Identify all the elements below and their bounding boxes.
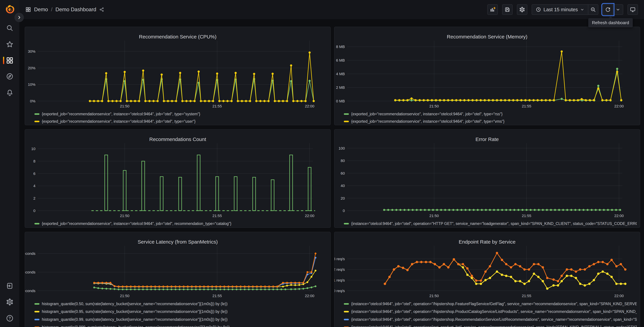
svg-text:40: 40 xyxy=(341,184,345,188)
legend-swatch xyxy=(344,121,349,122)
svg-text:10%: 10% xyxy=(28,82,36,86)
legend-swatch xyxy=(34,311,40,312)
legend-item-user[interactable]: {exported_job="recommendationservice", i… xyxy=(34,118,327,125)
svg-text:0: 0 xyxy=(343,209,345,213)
legend-label: {exported_job="recommendationservice", i… xyxy=(351,112,503,116)
svg-text:30%: 30% xyxy=(28,49,36,54)
svg-text:22:00: 22:00 xyxy=(305,214,314,218)
add-panel-button[interactable] xyxy=(487,4,498,15)
chart-recommendations-count[interactable]: 024681021:5021:5522:00 xyxy=(25,130,331,228)
legend-item-p50[interactable]: histogram_quantile(0.50, sum(rate(latenc… xyxy=(34,300,327,308)
svg-text:?: ? xyxy=(8,316,11,320)
svg-text:22:00: 22:00 xyxy=(305,104,314,108)
svg-text:21:50: 21:50 xyxy=(120,104,130,108)
chevron-down-icon xyxy=(616,8,620,12)
legend: histogram_quantile(0.50, sum(rate(latenc… xyxy=(34,300,327,327)
time-range-picker[interactable]: Last 15 minutes xyxy=(532,4,588,15)
legend-item-p99[interactable]: histogram_quantile(0.99, sum(rate(latenc… xyxy=(34,316,327,324)
breadcrumb-dashboard[interactable]: Demo Dashboard xyxy=(56,6,96,12)
sidebar-expand-button[interactable] xyxy=(14,13,24,22)
refresh-dashboard-button[interactable] xyxy=(603,4,613,15)
legend-label: {instance="otelcol:9464", job="otel", op… xyxy=(351,309,637,314)
legend-label: histogram_quantile(0.95, sum(rate(latenc… xyxy=(42,309,228,314)
legend-label: histogram_quantile(0.50, sum(rate(latenc… xyxy=(42,302,228,306)
topbar: Demo / Demo Dashboard xyxy=(19,0,644,19)
legend-item-rss[interactable]: {exported_job="recommendationservice", i… xyxy=(344,110,637,118)
legend-label: {exported_job="recommendationservice", i… xyxy=(42,222,231,226)
toolbar-actions: Last 15 minutes xyxy=(487,4,638,15)
grafana-logo[interactable] xyxy=(5,4,16,15)
chart-error-rate[interactable]: 02040608010021:5021:5522:00 xyxy=(334,130,640,228)
legend-swatch xyxy=(34,303,40,305)
sidebar-item-help[interactable]: ? xyxy=(0,313,19,324)
sidebar-item-starred[interactable] xyxy=(0,39,19,50)
refresh-interval-dropdown[interactable] xyxy=(613,4,623,15)
legend-item-getflag[interactable]: {instance="otelcol:9464", job="otel", op… xyxy=(344,300,637,308)
legend-item-catalog[interactable]: {exported_job="recommendationservice", i… xyxy=(34,220,327,227)
svg-text:21:55: 21:55 xyxy=(212,214,222,218)
sidebar-item-explore[interactable] xyxy=(0,71,19,82)
gear-icon xyxy=(519,6,525,12)
legend-item-get_product_list[interactable]: {instance="otelcol:9464", job="otel", op… xyxy=(344,324,637,327)
cycle-view-mode-button[interactable] xyxy=(628,4,638,15)
svg-text:22:00: 22:00 xyxy=(614,294,624,298)
legend-swatch xyxy=(344,319,349,320)
svg-text:80: 80 xyxy=(341,159,345,163)
panel-recommendations-count: Recommendations Count024681021:5021:5522… xyxy=(25,129,331,228)
legend-swatch xyxy=(344,113,349,115)
legend-item-listproducts[interactable]: {instance="otelcol:9464", job="otel", op… xyxy=(344,308,637,316)
svg-text:0: 0 xyxy=(33,209,36,213)
legend: {exported_job="recommendationservice", i… xyxy=(34,110,327,125)
refresh-icon xyxy=(605,7,611,12)
svg-text:0 MB: 0 MB xyxy=(336,99,345,103)
share-icon[interactable] xyxy=(99,7,104,12)
legend-label: {instance="otelcol:9464", job="otel", op… xyxy=(351,222,637,226)
legend-item-http-get-errors[interactable]: {instance="otelcol:9464", job="otel", op… xyxy=(344,220,637,227)
help-icon: ? xyxy=(6,314,14,322)
legend: {instance="otelcol:9464", job="otel", op… xyxy=(344,300,637,327)
legend-swatch xyxy=(344,303,349,305)
svg-text:21:55: 21:55 xyxy=(522,294,531,298)
sign-in-icon xyxy=(6,282,14,290)
monitor-icon xyxy=(630,6,636,12)
sidebar-item-sign-in[interactable] xyxy=(0,280,19,291)
legend-item-p95[interactable]: histogram_quantile(0.95, sum(rate(latenc… xyxy=(34,308,327,316)
sidebar-item-settings[interactable] xyxy=(0,296,19,307)
legend-swatch xyxy=(34,319,40,320)
legend: {instance="otelcol:9464", job="otel", op… xyxy=(344,220,637,227)
dashboard-settings-button[interactable] xyxy=(517,4,527,15)
svg-text:8 MB: 8 MB xyxy=(336,45,345,49)
svg-text:21:50: 21:50 xyxy=(430,294,439,298)
panel-error-rate: Error Rate02040608010021:5021:5522:00{in… xyxy=(334,129,640,228)
sidebar-item-alerting[interactable] xyxy=(0,88,19,98)
panel-recommendation-service-memory: Recommendation Service (Memory)0 MB2 MB4… xyxy=(334,27,640,125)
breadcrumb-folder[interactable]: Demo xyxy=(34,6,48,12)
svg-text:0.1 req/s: 0.1 req/s xyxy=(334,278,345,282)
svg-text:200 milliseconds: 200 milliseconds xyxy=(25,270,36,274)
svg-text:2 MB: 2 MB xyxy=(336,86,345,90)
legend-swatch xyxy=(34,113,40,115)
legend-label: histogram_quantile(0.99, sum(rate(latenc… xyxy=(42,317,228,322)
settings-gear-icon xyxy=(6,298,14,306)
svg-text:21:55: 21:55 xyxy=(212,294,222,298)
chevron-right-icon xyxy=(17,16,21,19)
svg-text:21:55: 21:55 xyxy=(212,104,222,108)
legend-item-p999[interactable]: histogram_quantile(0.999, sum(rate(laten… xyxy=(34,324,327,327)
svg-text:22:00: 22:00 xyxy=(614,214,624,218)
dashboards-icon xyxy=(6,56,14,64)
legend-item-system[interactable]: {exported_job="recommendationservice", i… xyxy=(34,110,327,118)
sidebar-item-search[interactable] xyxy=(0,23,19,34)
zoom-out-time-button[interactable] xyxy=(588,4,598,15)
svg-text:22:00: 22:00 xyxy=(305,294,314,298)
legend-item-listrecommendations[interactable]: {instance="otelcol:9464", job="otel", op… xyxy=(344,316,637,324)
svg-text:4 MB: 4 MB xyxy=(336,72,345,76)
refresh-controls xyxy=(603,4,623,15)
add-panel-icon xyxy=(490,6,496,12)
breadcrumb: Demo / Demo Dashboard xyxy=(25,6,104,12)
save-dashboard-button[interactable] xyxy=(502,4,512,15)
legend-item-vms[interactable]: {exported_job="recommendationservice", i… xyxy=(344,118,637,125)
legend-label: {instance="otelcol:9464", job="otel", op… xyxy=(351,317,637,322)
svg-text:21:50: 21:50 xyxy=(430,104,439,108)
sidebar: ? xyxy=(0,0,19,327)
sidebar-item-dashboards[interactable] xyxy=(0,55,19,66)
